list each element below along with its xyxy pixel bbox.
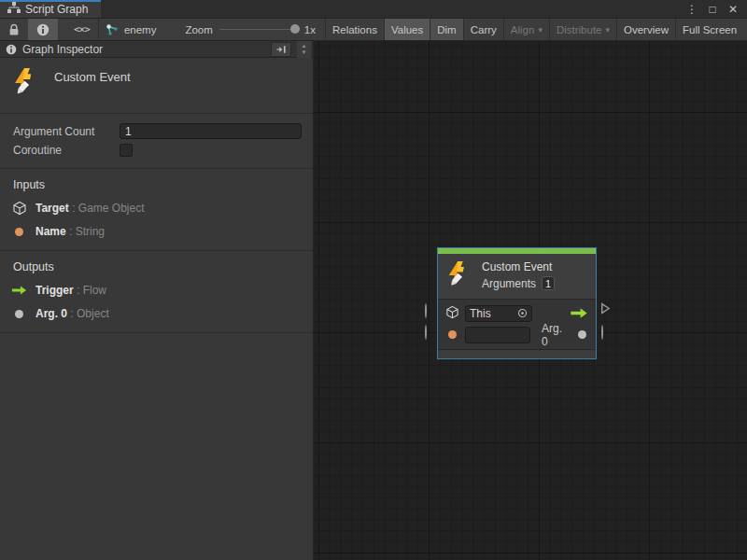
port-type: : Flow bbox=[77, 284, 106, 297]
panel-scroll-arrows[interactable]: ▲ ▼ bbox=[297, 41, 311, 58]
inputs-section: Inputs Target : Game Object Name : Strin… bbox=[0, 169, 313, 251]
argument-count-input[interactable]: 1 bbox=[120, 123, 302, 139]
scroll-down-icon[interactable]: ▼ bbox=[302, 49, 307, 55]
inputs-title: Inputs bbox=[13, 178, 302, 191]
dock-icon bbox=[275, 45, 287, 54]
graph-inspector-panel: Graph Inspector ▲ ▼ bbox=[0, 41, 314, 560]
port-name: Trigger bbox=[35, 284, 74, 297]
graph-asset-icon bbox=[106, 23, 119, 36]
coroutine-checkbox[interactable] bbox=[120, 144, 133, 157]
input-port-name[interactable] bbox=[425, 326, 427, 339]
custom-event-icon bbox=[445, 260, 473, 291]
object-picker-icon[interactable] bbox=[517, 308, 528, 318]
object-port-icon bbox=[15, 310, 23, 318]
toolbar-button-carry[interactable]: Carry bbox=[464, 19, 503, 40]
port-type: : Game Object bbox=[72, 202, 144, 215]
argument-count-label: Argument Count bbox=[13, 125, 120, 138]
custom-event-icon bbox=[11, 67, 41, 100]
port-type: : Object bbox=[70, 307, 108, 320]
zoom-slider-handle[interactable] bbox=[290, 24, 300, 34]
coroutine-label: Coroutine bbox=[13, 144, 120, 157]
port-name: Arg. 0 bbox=[35, 307, 67, 320]
scroll-up-icon[interactable]: ▲ bbox=[302, 43, 307, 49]
argument-count-row: Argument Count 1 bbox=[13, 123, 302, 139]
port-name: Target bbox=[35, 202, 69, 215]
coroutine-row: Coroutine bbox=[13, 144, 302, 157]
inspector-empty-area bbox=[0, 333, 313, 560]
info-icon bbox=[36, 23, 49, 36]
outputs-section: Outputs Trigger : Flow Arg. 0 : Object bbox=[0, 251, 313, 333]
node-row-target: This bbox=[438, 302, 596, 324]
node-footer bbox=[438, 349, 596, 358]
lock-icon bbox=[8, 23, 20, 36]
dock-panel-button[interactable] bbox=[271, 42, 291, 57]
flow-arrow-icon bbox=[570, 307, 588, 319]
tab-focus-indicator bbox=[0, 0, 101, 2]
port-name: Name bbox=[35, 225, 66, 238]
node-title: Custom Event bbox=[482, 260, 555, 274]
chevron-down-icon: ▾ bbox=[538, 25, 543, 35]
cube-icon bbox=[11, 201, 27, 216]
chevron-down-icon: ▾ bbox=[606, 25, 611, 35]
node-row-arg0: Arg. 0 bbox=[438, 324, 596, 345]
unit-properties: Argument Count 1 Coroutine bbox=[0, 114, 313, 169]
toolbar-button-relations[interactable]: Relations bbox=[326, 19, 384, 40]
target-value: This bbox=[470, 307, 517, 320]
inspector-toggle-button[interactable] bbox=[28, 19, 58, 40]
zoom-slider[interactable] bbox=[219, 29, 298, 30]
node-body: This Arg. 0 bbox=[438, 300, 596, 349]
arg0-label: Arg. 0 bbox=[542, 322, 571, 348]
window-menu-icon[interactable]: ⋮ bbox=[684, 2, 700, 17]
graph-name: enemy bbox=[124, 24, 157, 35]
tab-title: Script Graph bbox=[25, 3, 88, 16]
graph-canvas[interactable]: Custom Event Arguments 1 This bbox=[314, 41, 747, 560]
lock-button[interactable] bbox=[0, 19, 28, 40]
port-row-name: Name : String bbox=[11, 224, 302, 239]
variables-toggle-button[interactable]: <×> bbox=[65, 19, 98, 40]
inspector-header: Graph Inspector ▲ ▼ bbox=[0, 41, 313, 58]
output-port-trigger[interactable] bbox=[600, 302, 611, 317]
window-controls: ⋮ □ ✕ bbox=[684, 0, 747, 18]
graph-breadcrumb-button[interactable]: enemy bbox=[99, 19, 163, 40]
unit-title: Custom Event bbox=[54, 70, 131, 100]
port-row-target: Target : Game Object bbox=[11, 201, 302, 216]
inspected-unit-header: Custom Event bbox=[0, 58, 313, 114]
toolbar-button-align[interactable]: Align ▾ bbox=[504, 19, 549, 40]
zoom-control: Zoom 1x bbox=[176, 19, 325, 40]
node-header[interactable]: Custom Event Arguments 1 bbox=[438, 254, 596, 300]
node-arguments-label: Arguments bbox=[482, 277, 536, 290]
flow-port-triangle-icon bbox=[600, 302, 611, 315]
input-port-target[interactable] bbox=[425, 304, 427, 317]
inspector-title: Graph Inspector bbox=[22, 43, 265, 56]
zoom-label: Zoom bbox=[185, 24, 212, 35]
toolbar-button-fullscreen[interactable]: Full Screen bbox=[676, 19, 743, 40]
variables-icon: <×> bbox=[74, 23, 90, 35]
graph-toolbar: <×> enemy Zoom 1x Relations Values Dim C… bbox=[0, 19, 747, 41]
string-port-icon bbox=[15, 228, 23, 236]
name-input-field[interactable] bbox=[465, 327, 530, 343]
node-arguments-value[interactable]: 1 bbox=[542, 276, 555, 290]
port-row-trigger: Trigger : Flow bbox=[11, 283, 302, 298]
toolbar-button-distribute[interactable]: Distribute ▾ bbox=[550, 19, 616, 40]
info-icon bbox=[6, 44, 17, 55]
object-port-icon bbox=[578, 330, 586, 339]
script-graph-icon bbox=[7, 2, 21, 16]
target-object-field[interactable]: This bbox=[465, 305, 532, 322]
toolbar-button-overview[interactable]: Overview bbox=[617, 19, 675, 40]
custom-event-node[interactable]: Custom Event Arguments 1 This bbox=[437, 247, 597, 359]
flow-arrow-icon bbox=[11, 285, 27, 296]
window-maximize-icon[interactable]: □ bbox=[704, 2, 721, 17]
window-tab-bar: Script Graph ⋮ □ ✕ bbox=[0, 0, 747, 19]
port-row-arg0: Arg. 0 : Object bbox=[11, 306, 302, 321]
output-port-arg0[interactable] bbox=[601, 326, 603, 339]
toolbar-button-dim[interactable]: Dim bbox=[430, 19, 462, 40]
string-port-icon bbox=[448, 330, 457, 339]
port-type: : String bbox=[69, 225, 105, 238]
zoom-value: 1x bbox=[304, 24, 316, 35]
cube-icon bbox=[445, 305, 459, 322]
window-close-icon[interactable]: ✕ bbox=[725, 2, 741, 17]
toolbar-button-values[interactable]: Values bbox=[385, 19, 430, 40]
tab-script-graph[interactable]: Script Graph bbox=[0, 0, 101, 18]
outputs-title: Outputs bbox=[13, 260, 302, 273]
